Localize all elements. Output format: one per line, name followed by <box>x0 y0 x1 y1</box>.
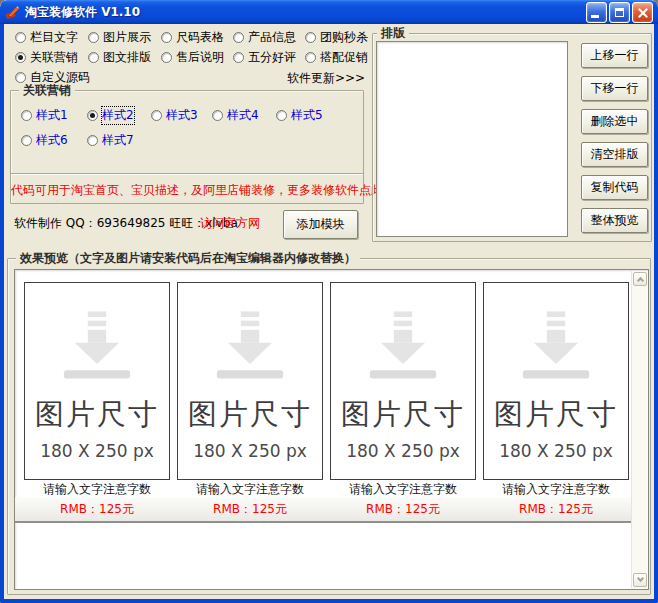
card-caption: 请输入文字注意字数 <box>483 481 629 498</box>
radio-label: 样式6 <box>36 132 68 149</box>
maximize-icon <box>615 8 624 17</box>
chevron-down-icon <box>637 575 644 582</box>
radio-icon <box>305 52 316 63</box>
scroll-up-button[interactable] <box>633 272 647 286</box>
radio-label: 样式5 <box>291 107 323 124</box>
module-option-radio[interactable]: 自定义源码 <box>15 70 90 84</box>
preview-card: 图片尺寸 180 X 250 px <box>24 282 170 480</box>
radio-label: 尺码表格 <box>176 29 224 46</box>
card-caption: 请输入文字注意字数 <box>24 481 170 498</box>
copy-code-button[interactable]: 复制代码 <box>581 175 648 200</box>
window-title: 淘宝装修软件 V1.10 <box>25 4 140 21</box>
image-placeholder-icon <box>510 311 602 391</box>
radio-label: 五分好评 <box>248 49 296 66</box>
placeholder-text: 图片尺寸 <box>35 395 159 435</box>
maximize-button[interactable] <box>609 2 630 23</box>
app-window: 淘宝装修软件 V1.10 栏目文字 图片展示 尺码表格 产品信息 团购秒杀 关联… <box>0 0 658 603</box>
placeholder-size: 180 X 250 px <box>346 441 460 461</box>
radio-label: 栏目文字 <box>30 29 78 46</box>
style-option-radio[interactable]: 样式7 <box>87 133 134 147</box>
radio-icon <box>21 135 32 146</box>
module-option-radio[interactable]: 售后说明 <box>161 50 224 64</box>
radio-label: 样式3 <box>166 107 198 124</box>
module-option-radio[interactable]: 搭配促销 <box>305 50 368 64</box>
image-placeholder-icon <box>357 311 449 391</box>
clear-layout-button[interactable]: 清空排版 <box>581 142 648 167</box>
radio-icon <box>88 52 99 63</box>
radio-icon <box>15 52 26 63</box>
caption-row: 请输入文字注意字数 请输入文字注意字数 请输入文字注意字数 请输入文字注意字数 <box>24 481 629 498</box>
radio-icon <box>212 110 223 121</box>
module-option-radio[interactable]: 图文排版 <box>88 50 151 64</box>
radio-label: 团购秒杀 <box>320 29 368 46</box>
placeholder-text: 图片尺寸 <box>494 395 618 435</box>
minimize-icon <box>591 15 599 18</box>
style-groupbox: 关联营销 样式1 样式2 样式3 样式4 样式5 样式6 样式7 代码可用于淘宝… <box>10 90 364 204</box>
module-option-radio[interactable]: 产品信息 <box>233 30 296 44</box>
preview-card: 图片尺寸 180 X 250 px <box>483 282 629 480</box>
style-option-radio[interactable]: 样式6 <box>21 133 68 147</box>
radio-icon <box>87 135 98 146</box>
move-down-button[interactable]: 下移一行 <box>581 76 648 101</box>
card-price: RMB：125元 <box>330 497 476 521</box>
card-price: RMB：125元 <box>483 497 629 521</box>
card-price: RMB：125元 <box>177 497 323 521</box>
official-site-link[interactable]: 访问官方网 <box>200 215 260 232</box>
app-icon[interactable] <box>5 4 21 20</box>
style-option-radio[interactable]: 样式1 <box>21 108 68 122</box>
module-option-radio[interactable]: 栏目文字 <box>15 30 78 44</box>
style-option-radio[interactable]: 样式3 <box>151 108 198 122</box>
radio-icon <box>87 110 98 121</box>
radio-label: 搭配促销 <box>320 49 368 66</box>
radio-icon <box>21 110 32 121</box>
add-module-button[interactable]: 添加模块 <box>283 210 358 239</box>
style-option-radio-selected[interactable]: 样式2 <box>87 108 134 122</box>
titlebar[interactable]: 淘宝装修软件 V1.10 <box>0 0 658 24</box>
delete-selected-button[interactable]: 删除选中 <box>581 109 648 134</box>
layout-listbox[interactable] <box>376 41 568 237</box>
minimize-button[interactable] <box>586 2 607 23</box>
software-update-link[interactable]: 软件更新>>> <box>287 70 365 87</box>
radio-icon <box>233 52 244 63</box>
layout-groupbox-title: 排版 <box>377 26 409 40</box>
style-option-radio[interactable]: 样式4 <box>212 108 259 122</box>
module-option-radio[interactable]: 尺码表格 <box>161 30 224 44</box>
module-option-radio[interactable]: 图片展示 <box>88 30 151 44</box>
layout-groupbox: 排版 上移一行 下移一行 删除选中 清空排版 复制代码 整体预览 <box>372 33 652 242</box>
preview-groupbox-title: 效果预览（文字及图片请安装代码后在淘宝编辑器内修改替换） <box>16 251 360 265</box>
radio-icon <box>161 32 172 43</box>
close-button[interactable] <box>632 2 653 23</box>
radio-icon <box>15 72 26 83</box>
chevron-up-icon <box>637 277 644 284</box>
overall-preview-button[interactable]: 整体预览 <box>581 208 648 233</box>
radio-label: 图片展示 <box>103 29 151 46</box>
preview-canvas: 图片尺寸 180 X 250 px 图片尺寸 180 X 250 px <box>14 269 649 590</box>
radio-label: 图文排版 <box>103 49 151 66</box>
module-option-radio[interactable]: 五分好评 <box>233 50 296 64</box>
style-groupbox-title: 关联营销 <box>19 83 75 97</box>
card-caption: 请输入文字注意字数 <box>330 481 476 498</box>
module-option-radio[interactable]: 团购秒杀 <box>305 30 368 44</box>
radio-icon <box>161 52 172 63</box>
radio-icon <box>276 110 287 121</box>
card-price: RMB：125元 <box>24 497 170 521</box>
image-placeholder-icon <box>204 311 296 391</box>
card-caption: 请输入文字注意字数 <box>177 481 323 498</box>
preview-cards-row: 图片尺寸 180 X 250 px 图片尺寸 180 X 250 px <box>24 282 629 480</box>
price-strip: RMB：125元 RMB：125元 RMB：125元 RMB：125元 <box>15 497 632 523</box>
radio-icon <box>15 32 26 43</box>
radio-icon <box>151 110 162 121</box>
placeholder-size: 180 X 250 px <box>499 441 613 461</box>
scroll-down-button[interactable] <box>633 573 647 587</box>
radio-icon <box>88 32 99 43</box>
preview-scrollbar[interactable] <box>631 271 647 588</box>
module-option-radio-selected[interactable]: 关联营销 <box>15 50 78 64</box>
placeholder-text: 图片尺寸 <box>188 395 312 435</box>
divider <box>11 173 363 174</box>
style-option-radio[interactable]: 样式5 <box>276 108 323 122</box>
image-placeholder-icon <box>51 311 143 391</box>
move-up-button[interactable]: 上移一行 <box>581 43 648 68</box>
radio-label: 样式4 <box>227 107 259 124</box>
radio-icon <box>233 32 244 43</box>
radio-label: 产品信息 <box>248 29 296 46</box>
